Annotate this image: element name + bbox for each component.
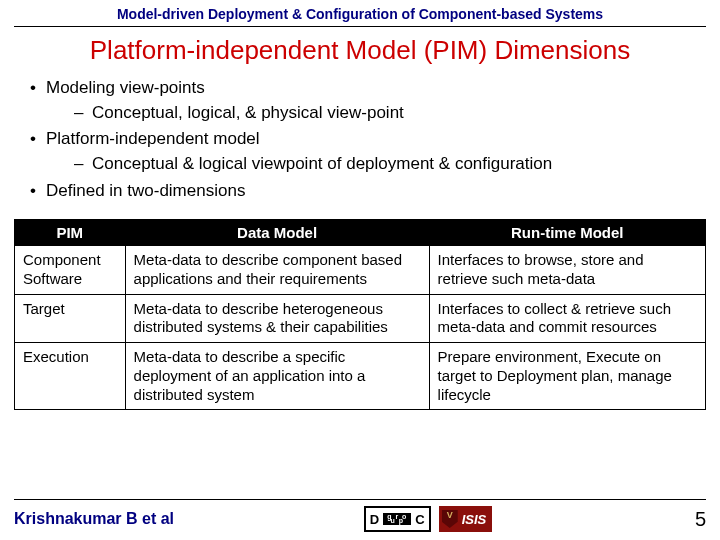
cell-runtime-model: Interfaces to collect & retrieve such me… <box>429 294 705 343</box>
page-number: 5 <box>682 508 706 531</box>
bullet-text: Platform-independent model <box>46 129 260 148</box>
bullet-item: Defined in two-dimensions <box>30 179 702 204</box>
table-row: Target Meta-data to describe heterogeneo… <box>15 294 706 343</box>
pim-table: PIM Data Model Run-time Model Component … <box>14 219 706 410</box>
slide-header: Model-driven Deployment & Configuration … <box>0 0 720 26</box>
cell-data-model: Meta-data to describe component based ap… <box>125 246 429 295</box>
footer-author: Krishnakumar B et al <box>14 510 174 528</box>
bullet-text: Defined in two-dimensions <box>46 181 245 200</box>
shield-icon <box>442 510 458 528</box>
subbullet-item: Conceptual, logical, & physical view-poi… <box>74 101 702 126</box>
row-label: Execution <box>15 343 126 410</box>
logo-doc-mid-bot: u p <box>390 519 404 523</box>
th-runtime-model: Run-time Model <box>429 220 705 246</box>
cell-data-model: Meta-data to describe a specific deploym… <box>125 343 429 410</box>
bullet-item: Modeling view-points Conceptual, logical… <box>30 76 702 125</box>
bullet-list: Modeling view-points Conceptual, logical… <box>0 76 720 215</box>
footer-rule <box>14 499 706 500</box>
row-label: Component Software <box>15 246 126 295</box>
bullet-item: Platform-independent model Conceptual & … <box>30 127 702 176</box>
th-pim: PIM <box>15 220 126 246</box>
th-data-model: Data Model <box>125 220 429 246</box>
cell-runtime-model: Interfaces to browse, store and retrieve… <box>429 246 705 295</box>
slide-title: Platform-independent Model (PIM) Dimensi… <box>0 27 720 76</box>
table-header-row: PIM Data Model Run-time Model <box>15 220 706 246</box>
table-row: Execution Meta-data to describe a specif… <box>15 343 706 410</box>
logo-doc-d: D <box>366 512 383 527</box>
slide-footer: Krishnakumar B et al D g r o u p C ISIS … <box>0 499 720 532</box>
logo-doc-c: C <box>411 512 428 527</box>
logo-isis: ISIS <box>439 506 493 532</box>
row-label: Target <box>15 294 126 343</box>
subbullet-item: Conceptual & logical viewpoint of deploy… <box>74 152 702 177</box>
cell-data-model: Meta-data to describe heterogeneous dist… <box>125 294 429 343</box>
cell-runtime-model: Prepare environment, Execute on target t… <box>429 343 705 410</box>
logo-doc-mid: g r o u p <box>383 513 411 525</box>
bullet-text: Modeling view-points <box>46 78 205 97</box>
footer-logos: D g r o u p C ISIS <box>364 506 493 532</box>
table-row: Component Software Meta-data to describe… <box>15 246 706 295</box>
logo-doc: D g r o u p C <box>364 506 431 532</box>
logo-isis-text: ISIS <box>462 512 487 527</box>
